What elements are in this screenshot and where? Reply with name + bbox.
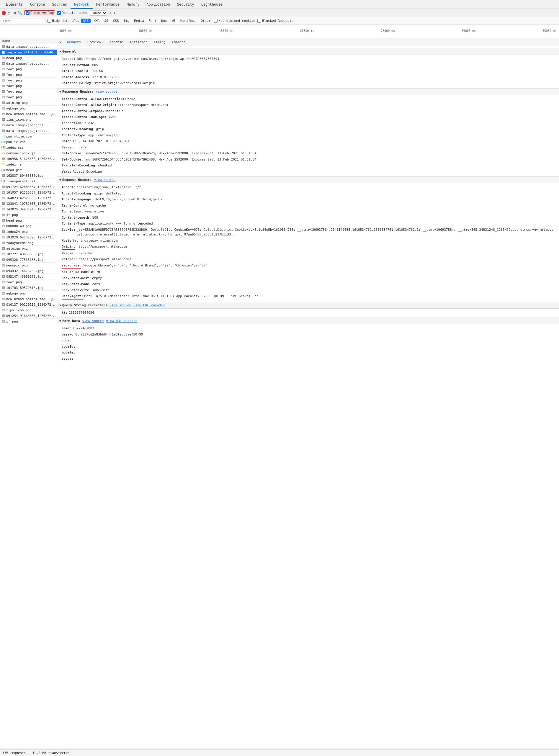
filter-ws[interactable]: WS xyxy=(170,19,177,23)
hide-data-urls-label[interactable]: Hide data URLs xyxy=(47,19,80,23)
resource-item[interactable]: 🖼010137.90120119_1280X72... xyxy=(0,302,57,307)
preserve-log-checkbox[interactable] xyxy=(26,11,29,15)
resource-item[interactable]: 🖼100456.51628686_1280X72... xyxy=(0,156,57,162)
resource-item[interactable]: 🖼143025.34931246_1280X72... xyxy=(0,207,57,212)
query-string-section-header[interactable]: ▼ Query String Parameters view source vi… xyxy=(57,302,559,308)
resource-item[interactable]: 🖼aqLogo.png xyxy=(0,106,57,111)
form-data-view-url-encoded-link[interactable]: view URL encoded xyxy=(106,319,137,323)
resource-item[interactable]: 🖼new_brand_bottom_small.jp... xyxy=(0,296,57,302)
resource-item[interactable]: GIFtransparent.gif xyxy=(0,179,57,184)
resource-item[interactable]: 🖼000000_40.png xyxy=(0,223,57,229)
filter-input[interactable] xyxy=(2,19,45,23)
resource-item[interactable]: 🖼data:image/jpeg;bas... xyxy=(0,61,57,66)
filter-icon[interactable]: ⊞ xyxy=(14,10,16,15)
resource-item[interactable]: 🖼091254.91666836_1280X72... xyxy=(0,313,57,319)
resource-item[interactable]: 🖼094432.14476256.jpg xyxy=(0,268,57,274)
resource-item[interactable]: JScommon-index.js xyxy=(0,151,57,156)
disable-cache-label[interactable]: Disable cache xyxy=(57,11,87,15)
form-data-view-source-link[interactable]: view source xyxy=(82,319,104,323)
resource-item[interactable]: 🖼164823.42526363_1280X72... xyxy=(0,196,57,201)
resource-item[interactable]: 🖼095328.77533138.jpg xyxy=(0,257,57,262)
download-icon[interactable]: ⬇ xyxy=(113,10,115,15)
search-icon[interactable]: 🔍 xyxy=(18,10,22,15)
resource-item[interactable]: 🖼tips_icon.png xyxy=(0,117,57,122)
tab-lighthouse[interactable]: Lighthouse xyxy=(198,0,226,9)
resource-item[interactable]: 🖼todayRecmd.png xyxy=(0,240,57,246)
tab-memory[interactable]: Memory xyxy=(123,0,143,9)
tab-headers[interactable]: Headers xyxy=(64,38,84,46)
tab-cookies[interactable]: Cookies xyxy=(169,38,188,46)
resource-item[interactable]: 🖼foot.png xyxy=(0,77,57,83)
tab-elements[interactable]: Elements xyxy=(2,0,27,9)
resource-item[interactable]: 🖼foot.png xyxy=(0,94,57,100)
resource-item[interactable]: 🖼foot.png xyxy=(0,89,57,94)
resource-item[interactable]: 🖼head.png xyxy=(0,218,57,223)
resource-item[interactable]: CSSindex.css xyxy=(0,145,57,151)
tab-initiator[interactable]: Initiator xyxy=(127,38,150,46)
tab-application[interactable]: Application xyxy=(143,0,173,9)
upload-icon[interactable]: ⬆ xyxy=(109,10,111,15)
resource-item[interactable]: 📄www.mtime.com xyxy=(0,134,57,139)
resource-item[interactable]: CSSpublic.css xyxy=(0,139,57,145)
response-headers-section-header[interactable]: ▼ Response Headers view source xyxy=(57,88,559,95)
resource-item[interactable]: 🖼head.png xyxy=(0,55,57,61)
blocked-requests-label[interactable]: Blocked Requests xyxy=(258,19,293,23)
filter-font[interactable]: Font xyxy=(147,19,158,23)
tab-response[interactable]: Response xyxy=(105,38,126,46)
resource-item[interactable]: 🖼183929.64152896_1280X72... xyxy=(0,235,57,240)
tab-console[interactable]: Console xyxy=(27,0,49,9)
resource-item[interactable]: 🖼autoimg.png xyxy=(0,246,57,251)
filter-xhr[interactable]: XHR xyxy=(92,19,101,23)
tab-timing[interactable]: Timing xyxy=(151,38,169,46)
has-blocked-cookies-checkbox[interactable] xyxy=(214,19,218,23)
tab-security[interactable]: Security xyxy=(174,0,198,9)
filter-media[interactable]: Media xyxy=(133,19,145,23)
throttle-select[interactable]: Online xyxy=(89,10,107,16)
preserve-log-label[interactable]: Preserve log xyxy=(24,10,55,15)
resource-item[interactable]: 🖼162837.89453330.jpg xyxy=(0,173,57,179)
tab-network[interactable]: Network xyxy=(70,0,93,9)
hide-data-urls-checkbox[interactable] xyxy=(47,19,51,23)
filter-doc[interactable]: Doc xyxy=(160,19,169,23)
tab-performance[interactable]: Performance xyxy=(93,0,123,9)
resource-item[interactable]: 🖼085147.43989173.jpg xyxy=(0,274,57,279)
resource-item[interactable]: 🖼newspic.png xyxy=(0,262,57,268)
filter-all[interactable]: All xyxy=(81,19,91,23)
request-headers-view-source-link[interactable]: view source xyxy=(94,178,115,182)
resource-item[interactable]: 🖼123841.10782003_1280X72... xyxy=(0,201,57,207)
resource-item[interactable]: 🖼101703.89579616.jpg xyxy=(0,285,57,291)
has-blocked-cookies-label[interactable]: Has blocked cookies xyxy=(214,19,255,23)
query-string-view-url-encoded-link[interactable]: view URL encoded xyxy=(133,303,165,307)
tab-preview[interactable]: Preview xyxy=(84,38,104,46)
query-string-view-source-link[interactable]: view source xyxy=(110,303,131,307)
request-headers-section-header[interactable]: ▼ Request Headers view source xyxy=(57,177,559,183)
resource-item[interactable]: JSindex.js xyxy=(0,162,57,167)
resource-item[interactable]: 🖼091724.62083337_1280X72... xyxy=(0,184,57,190)
filter-js[interactable]: JS xyxy=(103,19,110,23)
resource-item[interactable]: 🖼foot.png xyxy=(0,279,57,285)
resource-item[interactable]: 🖼new_brand_bottom_small.jp... xyxy=(0,111,57,117)
resource-item[interactable]: 🖼autoimg.png xyxy=(0,100,57,106)
filter-other[interactable]: Other xyxy=(199,19,212,23)
record-button[interactable] xyxy=(2,11,6,15)
filter-img[interactable]: Img xyxy=(122,19,131,23)
resource-item[interactable]: 🖼161057.92510657_1280X72... xyxy=(0,190,57,196)
resource-item[interactable]: 🖼data:image/jpeg;bas... xyxy=(0,122,57,128)
general-section-header[interactable]: ▼ General xyxy=(57,48,559,55)
response-headers-view-source-link[interactable]: view source xyxy=(96,90,117,94)
resource-item[interactable]: 🖼foot.png xyxy=(0,72,57,77)
resource-item[interactable]: 🖼foot.png xyxy=(0,83,57,89)
resource-item[interactable]: 🖼data:image/jpeg;bas... xyxy=(0,44,57,50)
resource-item[interactable]: 🖼tips_icon.png xyxy=(0,307,57,313)
resource-item[interactable]: 🖼sf.png xyxy=(0,319,57,324)
close-icon[interactable]: ✕ xyxy=(59,40,62,45)
tab-sources[interactable]: Sources xyxy=(48,0,70,9)
resource-item[interactable]: 🖼aqLogo.png xyxy=(0,291,57,296)
resource-item[interactable]: 🖼data:image/jpeg;bas... xyxy=(0,128,57,134)
resource-item[interactable]: 🖼sf.png xyxy=(0,212,57,218)
resource-item[interactable]: 🖼index24.png xyxy=(0,229,57,235)
disable-cache-checkbox[interactable] xyxy=(57,11,61,15)
filter-manifest[interactable]: Manifest xyxy=(179,19,198,23)
clear-button[interactable]: ⊘ xyxy=(8,11,12,15)
form-data-section-header[interactable]: ▼ Form Data view source view URL encoded xyxy=(57,318,559,324)
